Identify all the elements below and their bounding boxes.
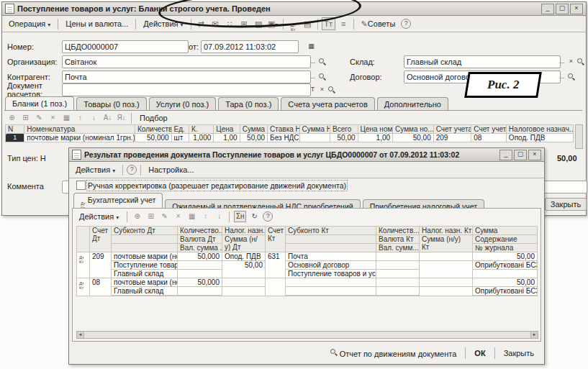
mail-icon[interactable]: ✉ <box>209 18 222 29</box>
ellipsis-button[interactable]: ... <box>558 72 566 81</box>
subconto-dt-cell[interactable]: Главный склад <box>112 287 178 296</box>
move-down-icon[interactable]: ↓ <box>214 211 225 222</box>
total-cell[interactable]: 50,00 <box>330 134 358 142</box>
help-icon[interactable]: ? <box>127 165 137 175</box>
qty-kt-cell[interactable] <box>376 287 420 296</box>
account-cell[interactable]: 209 <box>433 134 471 142</box>
unit-cell[interactable]: шт <box>171 134 189 142</box>
account-kt-cell[interactable] <box>266 278 286 296</box>
save-icon[interactable]: ▦ <box>186 211 197 222</box>
settlement-doc-input[interactable] <box>62 83 311 96</box>
actions-menu-button[interactable]: Действия ▾ <box>140 18 186 29</box>
nomenclature-cell[interactable]: почтовые марки (номинал 1грн.) <box>24 134 135 142</box>
subconto-dt-cell[interactable]: почтовые марки (ном... <box>112 278 178 287</box>
manual-correction-checkbox[interactable] <box>76 181 86 190</box>
clear-icon[interactable]: × <box>318 85 326 94</box>
delete-row-icon[interactable]: × <box>48 113 58 123</box>
copy-row-icon[interactable]: ⊞ <box>20 113 31 123</box>
tax-kt-cell[interactable] <box>420 252 473 261</box>
move-down-icon[interactable]: ↓ <box>89 113 99 123</box>
magnifier-icon[interactable] <box>318 58 326 66</box>
magnifier-icon[interactable] <box>567 73 575 81</box>
subconto-kt-cell[interactable] <box>286 278 376 287</box>
tax-kt-cell[interactable] <box>420 278 473 287</box>
taxsum-dt-cell[interactable] <box>222 287 266 296</box>
subconto-kt-cell[interactable]: Поступление товаров и ус... <box>286 270 376 278</box>
tips-button[interactable]: ✎Советы <box>358 17 399 31</box>
totals-icon[interactable]: Σн <box>234 211 246 222</box>
price-cell[interactable]: 1,00 <box>214 134 240 142</box>
dialog-minimize-button[interactable]: _ <box>499 150 512 160</box>
subconto-dt-cell[interactable] <box>112 296 178 296</box>
taxsum-dt-cell[interactable]: 50,00 <box>222 261 266 278</box>
qty-dt-cell[interactable]: 50,000 <box>178 278 222 287</box>
contractor-input[interactable]: Почта <box>62 70 311 83</box>
close-window-button[interactable]: Закрыть <box>545 198 587 211</box>
qty-dt-cell[interactable] <box>178 287 222 296</box>
save-icon[interactable]: ▦ <box>61 113 72 123</box>
magnifier-icon[interactable] <box>318 73 326 81</box>
organization-input[interactable]: Світанок <box>62 55 311 68</box>
file-icon[interactable]: ▤ <box>253 18 265 29</box>
add-row-icon[interactable]: ⊕ <box>132 211 143 222</box>
content-cell[interactable]: Оприбутковані БСЗ <box>473 261 538 270</box>
tab-tovary[interactable]: Товары (0 поз.) <box>76 97 146 111</box>
subconto-dt-cell[interactable]: Главный склад <box>112 270 178 278</box>
nominal-sum-cell[interactable]: 50,00 <box>393 134 434 142</box>
help-icon[interactable]: ? <box>263 211 273 222</box>
list-icon[interactable]: ≡ <box>338 18 350 29</box>
text-toggle-icon[interactable]: Тт <box>322 17 335 30</box>
qty-kt-cell[interactable] <box>376 296 420 296</box>
account2-cell[interactable]: 08 <box>471 134 507 142</box>
swap-icon[interactable]: ⇄ <box>195 18 207 29</box>
tab-scheta-ucheta[interactable]: Счета учета расчетов <box>281 97 374 111</box>
dialog-close-footer-button[interactable]: Закрыть <box>499 347 538 359</box>
type-button[interactable]: Т <box>309 85 317 94</box>
qty-dt-cell[interactable] <box>178 296 222 296</box>
structure-icon[interactable]: ∷ <box>224 18 236 29</box>
journal-cell[interactable] <box>473 270 538 278</box>
document-movements-icon[interactable]: ▤ <box>302 18 314 29</box>
journal-cell[interactable] <box>473 296 538 296</box>
taxsum-kt-cell[interactable] <box>420 287 473 296</box>
window-titlebar[interactable]: Поступление товаров и услуг: Бланки стро… <box>2 2 586 16</box>
dialog-maximize-button[interactable]: ▢ <box>514 150 527 160</box>
vat-rate-cell[interactable]: Без НДС <box>268 134 300 142</box>
subconto-dt-cell[interactable]: Поступление товаров ... <box>112 261 178 270</box>
vertical-scrollbar[interactable] <box>575 124 583 149</box>
nominal-price-cell[interactable]: 1,00 <box>358 134 393 142</box>
subconto-kt-cell[interactable]: Основной договор <box>286 261 376 270</box>
copy-document-icon[interactable]: ⊞ <box>238 18 250 29</box>
minimize-button[interactable]: _ <box>541 4 554 14</box>
vat-sum-cell[interactable] <box>299 134 330 142</box>
account-kt-cell[interactable]: 631 <box>266 252 286 278</box>
delete-row-icon[interactable]: × <box>173 211 184 222</box>
taxsum-kt-cell[interactable] <box>420 261 473 278</box>
sum-cell[interactable]: 50,00 <box>473 278 538 287</box>
tab-dopolnitelno[interactable]: Дополнительно <box>377 97 448 111</box>
print-icon[interactable]: ▣▾ <box>267 18 279 29</box>
sum-cell[interactable]: 50,00 <box>473 252 538 261</box>
dt-kt-posting-icon[interactable]: ДтКт <box>287 18 299 29</box>
qty-kt-cell[interactable] <box>376 270 420 278</box>
account-dt-cell[interactable]: 209 <box>90 252 112 278</box>
tax-dt-cell[interactable]: Опод. ПДВ <box>222 252 266 261</box>
tab-tara[interactable]: Тара (0 поз.) <box>218 97 279 111</box>
move-up-icon[interactable]: ↑ <box>75 113 86 123</box>
manual-correction-label[interactable]: Ручная корректировка (разрешает редактир… <box>88 181 346 190</box>
quantity-cell[interactable]: 50,000 <box>135 134 172 142</box>
tab-blanki[interactable]: Бланки (1 поз.) <box>5 96 74 111</box>
prices-currency-button[interactable]: Цены и валюта... <box>62 18 132 29</box>
horizontal-scrollbar[interactable]: ◄► <box>76 331 538 339</box>
grid-actions-menu-button[interactable]: Действия ▾ <box>76 211 122 222</box>
qty-kt-cell[interactable] <box>376 261 420 270</box>
movements-report-button[interactable]: Отчет по движениям документа <box>325 347 461 360</box>
calendar-icon[interactable]: ▦ <box>307 42 315 51</box>
edit-row-icon[interactable]: ✎ <box>34 113 45 123</box>
qty-dt-cell[interactable]: 50,000 <box>178 252 222 261</box>
subconto-kt-cell[interactable] <box>286 287 376 296</box>
maximize-button[interactable]: ▢ <box>556 4 569 14</box>
ellipsis-button[interactable]: ... <box>558 57 566 66</box>
qty-kt-cell[interactable] <box>376 252 420 261</box>
tax-dt-cell[interactable] <box>222 278 266 287</box>
